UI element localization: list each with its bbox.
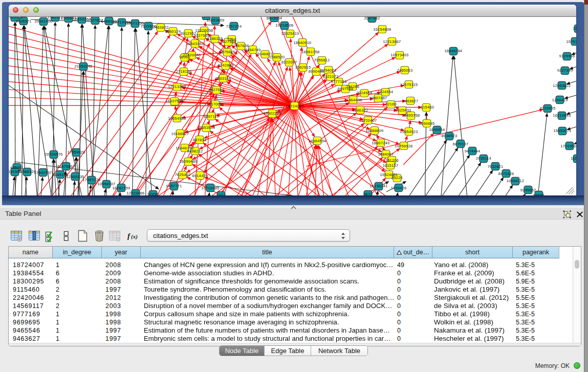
svg-text:1624554: 1624554	[378, 90, 394, 94]
svg-text:8267110: 8267110	[204, 114, 219, 119]
svg-text:16107554: 16107554	[166, 99, 184, 103]
svg-text:21053346: 21053346	[75, 64, 93, 69]
svg-text:18640910: 18640910	[294, 40, 312, 45]
svg-text:1733426: 1733426	[391, 186, 407, 190]
svg-text:1640954: 1640954	[429, 127, 445, 132]
svg-text:417006: 417006	[209, 102, 222, 106]
svg-text:11568129: 11568129	[18, 169, 36, 174]
svg-text:19384554: 19384554	[309, 139, 326, 143]
svg-text:9427512: 9427512	[209, 87, 225, 92]
svg-text:12213369: 12213369	[168, 84, 186, 89]
svg-text:7955812: 7955812	[314, 58, 330, 62]
svg-text:8322037: 8322037	[281, 60, 297, 64]
svg-text:3684067: 3684067	[378, 152, 394, 157]
svg-text:13325419: 13325419	[281, 31, 299, 36]
svg-text:1615137: 1615137	[383, 163, 399, 168]
svg-text:62160: 62160	[385, 102, 397, 106]
svg-text:19654923: 19654923	[400, 129, 418, 134]
svg-text:15353594: 15353594	[198, 125, 215, 130]
svg-text:7632621: 7632621	[488, 164, 504, 169]
svg-text:9227349: 9227349	[557, 68, 573, 73]
svg-text:9794028: 9794028	[321, 68, 337, 73]
svg-text:22975867: 22975867	[57, 164, 75, 169]
svg-text:2087682: 2087682	[364, 17, 380, 20]
svg-text:25225: 25225	[391, 176, 403, 180]
svg-text:1244419: 1244419	[552, 98, 568, 102]
svg-text:16053809: 16053809	[207, 18, 225, 23]
svg-text:13226058: 13226058	[195, 28, 213, 33]
svg-text:16154808: 16154808	[374, 27, 391, 32]
svg-text:19166827: 19166827	[171, 132, 189, 136]
svg-text:(x): (x)	[131, 233, 138, 240]
svg-text:16648784: 16648784	[445, 49, 463, 53]
svg-text:15716485: 15716485	[202, 186, 220, 190]
svg-text:15720407: 15720407	[359, 118, 377, 123]
svg-text:9672: 9672	[363, 192, 373, 195]
svg-text:16961758: 16961758	[302, 50, 320, 54]
svg-text:19756928: 19756928	[395, 144, 413, 148]
svg-text:2935114: 2935114	[476, 156, 491, 161]
svg-text:10025433: 10025433	[394, 108, 411, 113]
svg-text:14136141: 14136141	[370, 184, 388, 188]
svg-text:1921072: 1921072	[323, 74, 339, 79]
svg-text:16543362: 16543362	[186, 41, 204, 46]
svg-text:19302273: 19302273	[264, 111, 281, 116]
svg-text:96996: 96996	[533, 193, 545, 195]
svg-text:6879197: 6879197	[453, 142, 469, 146]
svg-text:9474444: 9474444	[465, 149, 481, 154]
svg-text:2718126: 2718126	[176, 69, 192, 74]
svg-text:92456: 92456	[147, 192, 159, 195]
svg-text:f: f	[127, 232, 131, 240]
svg-text:7357224: 7357224	[226, 24, 242, 29]
svg-text:20206576: 20206576	[45, 152, 63, 157]
svg-text:10807487: 10807487	[369, 96, 387, 100]
svg-text:98961: 98961	[179, 55, 190, 59]
svg-text:116753: 116753	[571, 156, 576, 161]
svg-text:9498222: 9498222	[187, 149, 203, 154]
svg-text:10654112: 10654112	[507, 179, 524, 183]
svg-text:10688609: 10688609	[366, 128, 384, 133]
svg-text:161206: 161206	[385, 158, 399, 163]
svg-text:6497568: 6497568	[338, 86, 354, 91]
svg-text:9777169: 9777169	[331, 79, 347, 84]
svg-text:9457771: 9457771	[166, 184, 182, 188]
svg-text:9129966: 9129966	[559, 54, 575, 58]
svg-text:8471626: 8471626	[498, 171, 514, 176]
svg-text:15692071: 15692071	[554, 128, 572, 133]
svg-text:19218506: 19218506	[276, 23, 294, 28]
svg-text:12505135: 12505135	[67, 174, 84, 179]
svg-text:7625402: 7625402	[175, 172, 191, 177]
svg-text:12213967: 12213967	[383, 39, 401, 44]
svg-text:19054983: 19054983	[168, 116, 186, 121]
svg-text:17942737: 17942737	[34, 170, 52, 175]
svg-text:18807249: 18807249	[372, 141, 390, 145]
svg-text:9463627: 9463627	[403, 99, 419, 103]
svg-text:1588520: 1588520	[269, 55, 285, 59]
svg-text:15751074: 15751074	[567, 39, 576, 44]
svg-text:6914479: 6914479	[192, 173, 208, 178]
svg-text:12975115: 12975115	[400, 82, 418, 87]
svg-text:7986322: 7986322	[353, 108, 368, 113]
svg-text:1312: 1312	[216, 193, 226, 195]
svg-text:16210643: 16210643	[553, 113, 571, 118]
svg-text:18495758: 18495758	[402, 113, 420, 118]
svg-text:8813054: 8813054	[267, 17, 282, 20]
svg-text:10973493: 10973493	[391, 53, 409, 57]
svg-text:17359928: 17359928	[68, 150, 85, 155]
svg-text:9699695: 9699695	[419, 121, 435, 126]
svg-text:887833: 887833	[193, 138, 206, 142]
svg-text:12923466: 12923466	[127, 191, 145, 195]
svg-text:21364436: 21364436	[344, 98, 362, 102]
svg-text:9245652: 9245652	[520, 188, 536, 192]
svg-text:7485063: 7485063	[397, 68, 413, 73]
svg-text:16782759: 16782759	[113, 186, 130, 190]
svg-text:12093822: 12093822	[553, 83, 571, 88]
svg-text:8960124: 8960124	[165, 29, 181, 34]
svg-text:3024554: 3024554	[357, 91, 373, 95]
svg-text:8215955: 8215955	[540, 106, 556, 111]
svg-text:18724007: 18724007	[286, 104, 304, 108]
svg-text:20691406: 20691406	[35, 19, 53, 24]
svg-text:11121: 11121	[573, 26, 576, 31]
svg-text:9115460: 9115460	[419, 105, 434, 110]
svg-text:5575685: 5575685	[220, 50, 235, 54]
